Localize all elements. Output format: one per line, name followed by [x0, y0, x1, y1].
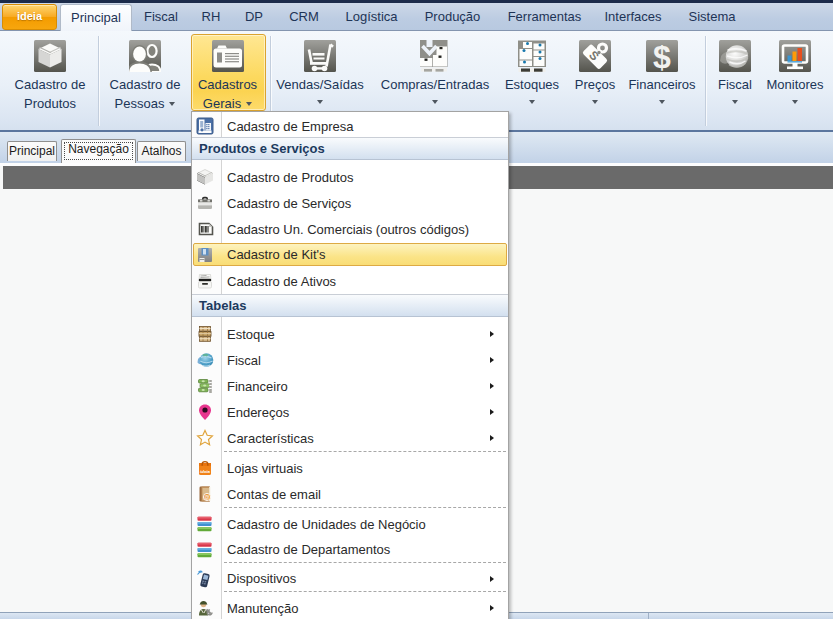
svg-text:ideia: ideia: [200, 469, 211, 474]
svg-text:$: $: [653, 40, 671, 72]
svg-text:@: @: [204, 494, 209, 500]
